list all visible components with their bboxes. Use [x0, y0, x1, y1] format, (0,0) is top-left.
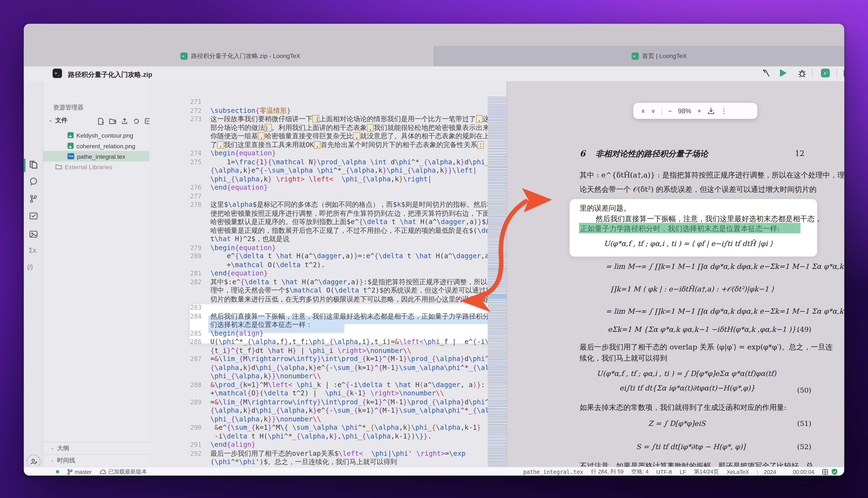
code-row[interactable]: 287=&\lim_{M\rightarrow\infty}\int\prod_…	[177, 355, 490, 364]
timeline-section[interactable]: › 时间线	[43, 454, 150, 466]
outline-section[interactable]: › 大纲	[43, 442, 150, 454]
page-down-icon[interactable]: ∨	[651, 108, 655, 114]
code-row[interactable]: \phi_{\alpha,k}}\nonumber\\	[177, 372, 490, 381]
code-row[interactable]: +\mathcal O(\delta t^2).	[177, 261, 490, 269]
code-row[interactable]: 281\end{equation}	[177, 269, 490, 278]
code-row[interactable]: 289=&\lim_{M\rightarrow\infty}\int\prod_…	[177, 398, 490, 406]
code-row[interactable]: 288&\prod_{k=1}^M\left< \phi_k | :e^{-i\…	[177, 381, 490, 389]
project-title: 路径积分量子化入门攻略.zip	[68, 70, 152, 80]
explorer-actions	[98, 118, 151, 125]
tex-engine[interactable]: XeLaTeX	[727, 469, 749, 475]
refresh-icon[interactable]	[133, 118, 139, 125]
code-row[interactable]: 切片的数量来进行压低，在无穷多切片的极限误差下可以忽略，因此不用担心这里的误差问…	[177, 295, 490, 304]
code-row[interactable]: 理中，理论天然会带一个$\mathcal O(\delta t^2)$的系统误差…	[177, 287, 490, 295]
code-row[interactable]: 290 &e^{\sum_{k=1}^M\{ \sum_\alpha \phi^…	[177, 423, 490, 432]
new-file-icon[interactable]	[98, 118, 104, 125]
layout-grid-icon[interactable]	[822, 469, 828, 475]
code-row[interactable]: 你随便选一组基，哈密顿量直接变得巨复杂无比，就没意思了。具体的相干态表象的规则在…	[177, 132, 490, 141]
code-row[interactable]: 277	[177, 192, 490, 201]
tab-home-content[interactable]: >_ 首页 | LoongTeX	[631, 52, 687, 61]
code-row[interactable]: 286U(\phi^*_{\alpha,f},t_f;\phi_{\alpha,…	[177, 338, 490, 346]
debug-bug-icon[interactable]	[798, 69, 806, 78]
code-row[interactable]: 们选择初末态是位置本征态一样：	[177, 321, 490, 329]
code-row[interactable]: 284然后我们直接算一下振幅，注意，我们这里最好选初末态都是相干态，正如量子力学…	[177, 312, 490, 321]
code-row[interactable]: 279\begin{equation}	[177, 244, 490, 252]
split-view-button[interactable]: ⌄	[844, 69, 844, 77]
pdf-toolbar: ∧ ∨ − 98% + ⋮	[633, 103, 757, 119]
code-row[interactable]: 282其中$:e^{\delta t \hat H(a^\dagger,a)}:…	[177, 278, 490, 286]
files-view-icon[interactable]	[29, 160, 38, 170]
page-up-icon[interactable]: ∧	[641, 108, 645, 114]
file-item-pathe-integral-selected[interactable]: TEX pathe_integral.tex	[43, 151, 150, 161]
file-item-coherent[interactable]: coherent_relation.png	[43, 140, 150, 151]
code-row[interactable]: 273这一段故事我们要稍微仔细讲一下（上面相对论场论的情形我们是用一个比方一笔带…	[177, 115, 490, 123]
formula-badge-icon[interactable]: ∧'	[821, 68, 830, 77]
git-branch-status[interactable]: master	[67, 469, 92, 475]
files-section-header[interactable]: ⌄ 文件	[49, 116, 67, 124]
upload-icon[interactable]	[121, 118, 128, 125]
file-item-keldysh[interactable]: Keldysh_contour.png	[43, 130, 150, 140]
code-row[interactable]: {\alpha,k}e^{-\sum_\alpha \phi^*_{\alpha…	[177, 167, 490, 175]
explorer-panel: 资源管理器 ⌄ 文件 Keldysh_contour.png coherent_…	[43, 81, 150, 467]
code-row[interactable]: {t_i}^{t_f}dt \hat H} | \phi_i \right>\n…	[177, 346, 490, 355]
code-row[interactable]: 285\begin{align}	[177, 329, 490, 338]
code-editor[interactable]: 271272\subsection{零温情形}273这一段故事我们要稍微仔细讲一…	[150, 81, 530, 467]
symbols-sigma-icon[interactable]: Σx	[29, 247, 36, 254]
pdf-box-line: 里的误差问题。	[580, 204, 631, 213]
search-chat-icon[interactable]	[29, 177, 38, 186]
format-tool-icon[interactable]	[762, 69, 770, 78]
cursor-position[interactable]: 行 284, 列 59	[591, 468, 624, 475]
code-row[interactable]: 271	[177, 98, 490, 106]
eol-setting[interactable]: LF	[680, 469, 686, 475]
code-row[interactable]: t\hat H)^2$，也就是说	[177, 235, 490, 244]
invite-user-icon[interactable]	[26, 455, 40, 468]
code-row[interactable]: +\mathcal{O}(\delta t^2) | \phi_{k-1} \r…	[177, 389, 490, 398]
pdf-more-icon[interactable]: ⋮	[720, 107, 727, 115]
code-row[interactable]: 292最后一步我们用了相干态的overlap关系$\left< \phi|\ph…	[177, 449, 490, 458]
pdf-download-icon[interactable]	[707, 107, 715, 115]
code-row[interactable]: {\alpha,k}d\phi_{\alpha,k}e^{-\sum_{k=1}…	[177, 364, 490, 372]
snippets-braces-icon[interactable]: {/}	[27, 263, 33, 270]
code-row[interactable]: 283	[177, 304, 490, 312]
pdf-page-indicator[interactable]: 第14/24页	[694, 468, 719, 475]
pdf-preview-panel[interactable]: ∧ ∨ − 98% + ⋮ 6 非相对论性的路径积分量子场论 12 其中 : e…	[507, 81, 844, 467]
code-row[interactable]: -i\delta t H(\phi^*_{\alpha,k},\phi_{\al…	[177, 432, 490, 441]
code-row[interactable]: 272\subsection{零温情形}	[177, 106, 490, 115]
compile-time[interactable]: 00:00:04	[793, 469, 814, 475]
code-row[interactable]: (\phi^*\phi')$。总之，一旦连续化，我们马上就可以得到	[177, 458, 490, 467]
chevron-down-icon: ⌄	[49, 118, 52, 123]
pdf-box-line: 然后我们直接算一下振幅，注意，我们这里最好选初末态都是相干态，	[596, 214, 822, 224]
code-row[interactable]: 276\end{equation}	[177, 183, 490, 192]
zoom-in-button[interactable]: +	[697, 107, 701, 115]
indentation-setting[interactable]: 空格: 4	[631, 468, 649, 475]
png-file-icon	[67, 143, 74, 149]
code-row[interactable]: 了，我们这里直接当工具来用就OK，首先给出某个时间切片下的相干态表象的完备性关系…	[177, 141, 490, 149]
tasks-check-icon[interactable]	[29, 211, 38, 221]
code-row[interactable]: {\alpha,k}d\phi_{\alpha,k}e^{-\sum_{k=1}…	[177, 406, 490, 415]
git-branch-icon[interactable]	[29, 194, 38, 204]
code-row[interactable]: \phi_{\alpha,k}}\nonumber\\	[177, 415, 490, 423]
section-heading: 非相对论性的路径积分量子场论	[596, 149, 708, 159]
images-view-icon[interactable]	[29, 230, 38, 239]
status-ok-shield-icon[interactable]	[831, 468, 838, 475]
new-folder-icon[interactable]	[109, 118, 116, 125]
compile-play-button[interactable]	[780, 69, 787, 77]
encoding[interactable]: UTF-8	[656, 469, 672, 475]
zoom-out-button[interactable]: −	[668, 107, 672, 115]
code-row[interactable]: 部分场论书的做法）。利用我们上面讲的相干态表象，我们就能很轻松地把哈密顿量表示出…	[177, 123, 490, 132]
browser-window: ➤ 青橙造物 ⌄ ‹ › app.loongtex.com/loongTeX/4…	[24, 24, 844, 475]
status-filename[interactable]: pathe_integral.tex	[523, 469, 583, 475]
code-row[interactable]: 哈密顿量默认是正规序的。但等放到指数上面$e^{\delta t \hat H(…	[177, 218, 490, 226]
external-libraries-item[interactable]: External Libraries	[43, 161, 150, 172]
code-row[interactable]: 274\begin{equation}	[177, 149, 490, 158]
sync-status[interactable]: 已加载最新版本	[99, 468, 147, 475]
code-row[interactable]: \phi_{\alpha,k} \right> \left< \phi_{\al…	[177, 175, 490, 183]
tab-document[interactable]: >_ 路径积分量子化入门攻略.zip - LoongTeX	[180, 52, 300, 61]
code-row[interactable]: 便把哈密顿量按照正规序进行调整，即把所有产生算符扔到左边，把湮灭算符扔到右边，下…	[177, 209, 490, 218]
code-row[interactable]: 275 1=\frac{1}{\mathcal N}\prod_\alpha \…	[177, 158, 490, 167]
code-row[interactable]: 280 e^{\delta t \hat H(a^\dagger,a)}=:e^…	[177, 252, 490, 261]
code-row[interactable]: 哈密顿量是正规的，指数展开后也不正规了，不过不用担心，不正规的项的最低阶是在$(…	[177, 226, 490, 235]
code-row[interactable]: 278这里$\alpha$是标记不同的多体态（例如不同的格点），而$k$则是时间…	[177, 201, 490, 209]
tex-year[interactable]: 2024	[764, 469, 776, 475]
code-row[interactable]: 291\end{align}	[177, 441, 490, 449]
